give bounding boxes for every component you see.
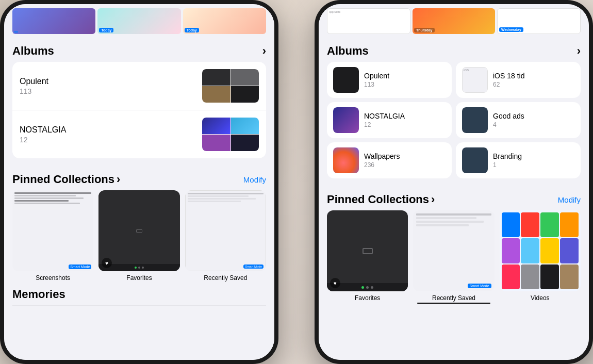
- thumb-3: [202, 86, 230, 103]
- album-ios18-right[interactable]: iOS iOS 18 tid 62: [456, 62, 581, 98]
- pinned-screenshots[interactable]: Smart Mode Screenshots: [12, 190, 93, 282]
- today-badge-left: [14, 31, 18, 32]
- albums-header-right: Albums ›: [319, 38, 589, 62]
- pinned-modify-left[interactable]: Modify: [243, 175, 266, 184]
- info-nostalgia-right: NOSTALGIA 12: [364, 112, 405, 128]
- thumb-nostalgia-right: [333, 107, 359, 133]
- album-thumb-nostalgia: [202, 118, 259, 151]
- thumb-videos-right: [500, 210, 581, 291]
- card-text-1: App Store: [327, 9, 410, 15]
- app-icon-12: [560, 264, 579, 289]
- info-ios18-right: iOS 18 tid 62: [493, 72, 524, 88]
- app-icon-8: [560, 238, 579, 263]
- album-wallpapers-right[interactable]: Wallpapers 236: [327, 142, 452, 178]
- tv-shape: [363, 248, 373, 254]
- name-goodads-right: Good ads: [493, 112, 524, 120]
- thumb-phone: [202, 135, 230, 151]
- top-card-right-1: App Store: [327, 8, 410, 34]
- album-info-nostalgia: NOSTALGIA 12: [20, 125, 66, 144]
- phone-left: Today Today Albums › Opulent: [0, 0, 278, 364]
- memories-section-left: Memories: [4, 282, 274, 306]
- pinned-label-screenshots: Screenshots: [36, 274, 70, 282]
- thumb-1: [202, 69, 230, 86]
- app-icon-3: [540, 212, 559, 237]
- today-badge-left-2: Today: [99, 28, 113, 32]
- app-icon-7: [540, 238, 559, 263]
- count-opulent-right: 113: [364, 81, 389, 88]
- top-cards-left: Today Today: [4, 4, 274, 38]
- info-wallpapers-right: Wallpapers 236: [364, 152, 400, 169]
- phone-right-screen: App Store Thursday Wednesday Albums ›: [319, 4, 589, 360]
- album-nostalgia-right[interactable]: NOSTALGIA 12: [327, 102, 452, 138]
- thumb-goodads-right: [462, 107, 488, 133]
- pinned-recently-saved-left[interactable]: Smart Mode Recently Saved: [185, 190, 266, 282]
- pinned-chevron-right[interactable]: ›: [431, 193, 435, 206]
- thumb-4: [231, 86, 259, 103]
- app-icons-grid: [500, 210, 581, 291]
- album-opulent-left[interactable]: Opulent 113: [12, 62, 266, 110]
- app-icon-10: [521, 264, 539, 289]
- albums-title-left: Albums: [12, 44, 54, 58]
- pinned-grid-left: Smart Mode Screenshots: [4, 190, 274, 282]
- memories-underline-left: [12, 305, 266, 306]
- album-count-opulent: 113: [20, 87, 48, 95]
- album-branding-right[interactable]: Branding 1: [456, 142, 581, 178]
- app-icon-6: [521, 238, 539, 263]
- pinned-label-recently-right: Recently Saved: [432, 294, 475, 302]
- app-icon-4: [560, 212, 579, 237]
- underline-recently: [417, 303, 490, 304]
- pinned-modify-right[interactable]: Modify: [558, 195, 581, 204]
- name-opulent-right: Opulent: [364, 72, 389, 80]
- pinned-videos-right[interactable]: Videos: [500, 210, 581, 304]
- name-ios18-right: iOS 18 tid: [493, 72, 524, 80]
- pinned-recently-right[interactable]: Smart Mode Recently Saved: [413, 210, 494, 304]
- albums-chevron-left[interactable]: ›: [262, 44, 266, 58]
- recently-card: [413, 210, 494, 229]
- thumb-wallpapers-right: [333, 147, 359, 173]
- album-opulent-right[interactable]: Opulent 113: [327, 62, 452, 98]
- pinned-label-favorites-left: Favorites: [126, 274, 152, 282]
- album-name-opulent: Opulent: [20, 77, 48, 86]
- thumb-recently-right: Smart Mode: [413, 210, 494, 291]
- memories-title-left: Memories: [12, 288, 65, 301]
- thumb-2: [231, 69, 259, 86]
- phone-right: App Store Thursday Wednesday Albums ›: [315, 0, 593, 364]
- app-icon-5: [502, 238, 520, 263]
- pinned-chevron-left[interactable]: ›: [117, 173, 120, 186]
- count-ios18-right: 62: [493, 81, 524, 88]
- card-content: [186, 191, 266, 204]
- pinned-thumb-screenshots: Smart Mode: [12, 190, 93, 271]
- pinned-favorites-right[interactable]: ♥ Favorites: [327, 210, 408, 304]
- favorites-center: [98, 190, 179, 271]
- pinned-thumb-favorites-left: ♥: [98, 190, 179, 271]
- count-wallpapers-right: 236: [364, 161, 400, 169]
- thumb-globe: [231, 118, 259, 134]
- pinned-favorites-left[interactable]: ♥ Favorites: [98, 190, 179, 282]
- ios-content-left: Today Today Albums › Opulent: [4, 4, 274, 360]
- info-branding-right: Branding 1: [493, 152, 522, 169]
- album-nostalgia-left[interactable]: NOSTALGIA 12: [12, 110, 266, 158]
- top-cards-right: App Store Thursday Wednesday: [319, 4, 589, 38]
- screenshot-thumb-img: Smart Mode: [12, 190, 93, 271]
- info-goodads-right: Good ads 4: [493, 112, 524, 128]
- pinned-label-videos-right: Videos: [531, 294, 549, 302]
- info-opulent-right: Opulent 113: [364, 72, 389, 88]
- pinned-header-right: Pinned Collections › Modify: [319, 187, 589, 210]
- pinned-thumb-recently-left: Smart Mode: [185, 190, 266, 271]
- albums-chevron-right[interactable]: ›: [577, 44, 581, 58]
- count-branding-right: 1: [493, 161, 522, 169]
- wednesday-badge: Wednesday: [499, 27, 523, 32]
- favorites-thumb-img: [98, 190, 179, 271]
- album-info-opulent: Opulent 113: [20, 77, 48, 95]
- name-wallpapers-right: Wallpapers: [364, 152, 400, 160]
- tv-icon: [136, 229, 142, 233]
- album-count-nostalgia: 12: [20, 136, 66, 144]
- album-goodads-right[interactable]: Good ads 4: [456, 102, 581, 138]
- pinned-title-left: Pinned Collections: [12, 173, 114, 186]
- app-icon-11: [540, 264, 559, 289]
- pinned-label-recently-left: Recently Saved: [204, 274, 247, 282]
- thumb-sony: [202, 118, 230, 134]
- name-nostalgia-right: NOSTALGIA: [364, 112, 405, 120]
- thumb-ios18-right: iOS: [462, 67, 488, 93]
- pinned-header-left: Pinned Collections › Modify: [4, 167, 274, 190]
